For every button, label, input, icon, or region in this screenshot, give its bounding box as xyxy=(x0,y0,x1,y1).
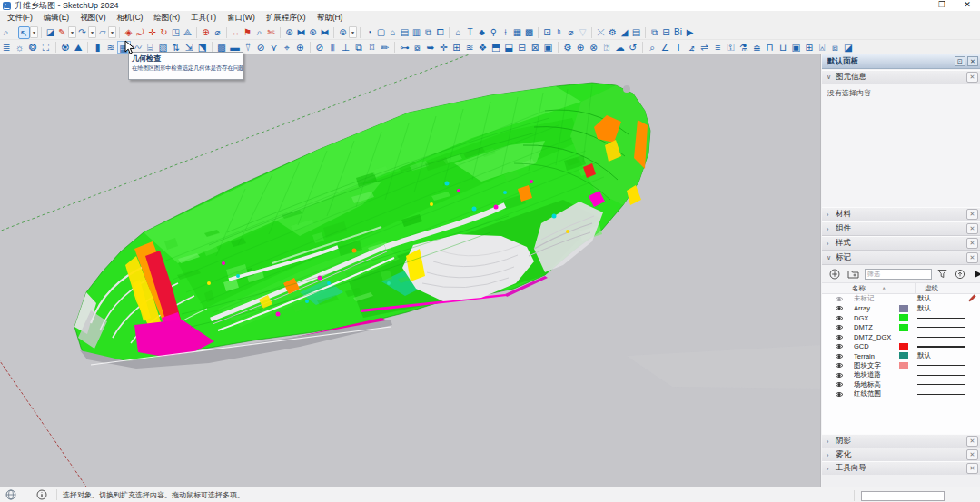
section-tags-close[interactable]: ✕ xyxy=(966,252,978,263)
visible-eye-icon[interactable] xyxy=(835,334,844,340)
tag-row-GCD[interactable]: GCD xyxy=(822,342,980,352)
visible-eye-icon[interactable] xyxy=(835,296,844,302)
dash-style-line[interactable] xyxy=(917,394,965,395)
roman-one-icon[interactable]: Ⅰ xyxy=(672,41,685,54)
3d-text-icon[interactable]: T xyxy=(464,26,476,39)
pencil-icon[interactable]: ✏ xyxy=(379,41,391,54)
flask-icon[interactable]: ⚗ xyxy=(737,41,750,54)
section-组件[interactable]: ›组件✕ xyxy=(822,221,980,236)
arc-dropdown[interactable]: ▾ xyxy=(88,26,96,38)
lift-icon[interactable]: ⍓ xyxy=(816,41,828,54)
dash-style-line[interactable] xyxy=(917,375,965,376)
grid-icon[interactable]: ▩ xyxy=(523,26,535,39)
tag-name[interactable]: 地块道路 xyxy=(854,370,894,379)
half-box-icon[interactable]: ⬒ xyxy=(490,41,502,54)
tag-row-Array[interactable]: Array默认 xyxy=(822,304,980,314)
tag-name[interactable]: DMTZ xyxy=(854,323,894,331)
followme-tool-icon[interactable]: ⤾ xyxy=(134,26,146,39)
tag-color-swatch[interactable] xyxy=(899,295,908,302)
cloud-icon[interactable]: ☁ xyxy=(613,41,626,54)
section-close-button[interactable]: ✕ xyxy=(966,209,978,220)
connector-icon[interactable]: ⊶ xyxy=(398,41,411,54)
tag-color-swatch[interactable] xyxy=(899,371,908,379)
rectangle-dropdown[interactable]: ▾ xyxy=(108,26,116,38)
zoom-window-icon[interactable]: ⌕ xyxy=(253,26,265,39)
plugin-settings-icon[interactable]: ⚙ xyxy=(607,26,619,39)
disabled-tool-icon[interactable]: ▽ xyxy=(577,26,589,39)
trench-icon[interactable]: ⊔ xyxy=(777,41,789,54)
move-tool-icon[interactable]: ✛ xyxy=(146,26,158,39)
diamond-icon[interactable]: ❖ xyxy=(476,41,489,54)
tags-column-dashes[interactable]: 虚线 xyxy=(916,284,938,293)
line-dropdown[interactable]: ▾ xyxy=(68,26,76,38)
plus-circle-icon[interactable]: ⊕ xyxy=(574,41,587,54)
hide-rest-icon[interactable]: ʰ xyxy=(553,26,565,39)
menu-item-文件[interactable]: 文件(F) xyxy=(7,13,33,24)
section-close-button[interactable]: ✕ xyxy=(966,238,978,249)
axes-tool-icon[interactable]: ✄ xyxy=(265,26,277,39)
add-circle-icon[interactable]: ⊕ xyxy=(293,41,306,54)
anchor-icon[interactable]: ⌑ xyxy=(365,41,378,54)
geo-location-icon[interactable]: ❂ xyxy=(26,41,39,54)
tag-row-DMTZ[interactable]: DMTZ xyxy=(822,323,980,333)
person-component-icon[interactable]: ⚲ xyxy=(488,26,500,39)
section-材料[interactable]: ›材料✕ xyxy=(822,207,980,221)
menu-item-绘图[interactable]: 绘图(R) xyxy=(153,13,180,24)
find-icon[interactable]: ⌕ xyxy=(646,41,658,54)
minimize-button[interactable]: – xyxy=(904,0,929,11)
geolocation-globe-icon[interactable] xyxy=(5,489,16,500)
table-icon[interactable]: ⊞ xyxy=(450,41,463,54)
terrain-icon[interactable]: ◢ xyxy=(619,26,630,39)
copy-along-icon[interactable]: ⧉ xyxy=(648,26,660,39)
section-close-button[interactable]: ✕ xyxy=(966,436,978,447)
dash-style-line[interactable] xyxy=(917,384,965,385)
tag-row-红线范围[interactable]: 红线范围 xyxy=(822,389,980,399)
rectangle-tool-icon[interactable]: ▱ xyxy=(96,26,108,39)
sandbox-dropdown[interactable]: ▾ xyxy=(349,26,357,38)
minus-box-icon[interactable]: ⊟ xyxy=(515,41,528,54)
layers-window-icon[interactable]: ⊟ xyxy=(660,26,672,39)
tags-filter-input[interactable] xyxy=(865,269,932,280)
run-icon[interactable]: ▶ xyxy=(684,26,696,39)
no-sign-icon[interactable]: ⊘ xyxy=(254,41,267,54)
tag-color-swatch[interactable] xyxy=(899,390,908,398)
mountain-icon[interactable]: ⛰ xyxy=(72,41,84,54)
visible-eye-icon[interactable] xyxy=(835,305,844,311)
paint-tool-icon[interactable]: ⊕ xyxy=(200,26,212,39)
bars-icon[interactable]: ⫴ xyxy=(326,41,339,54)
select-dropdown[interactable]: ▾ xyxy=(30,26,38,38)
zoom-tool-icon[interactable]: ⌕ xyxy=(0,26,12,39)
pushpull-tool-icon[interactable]: ◈ xyxy=(123,26,134,39)
copy-icon[interactable]: ⧉ xyxy=(422,26,434,39)
solid-bar-icon[interactable]: ▮ xyxy=(91,41,104,54)
stack-icon[interactable]: ≡ xyxy=(711,41,724,54)
dash-style-line[interactable] xyxy=(917,318,965,319)
solid-box-icon[interactable]: ▦ xyxy=(511,26,523,39)
section-close-button[interactable]: ✕ xyxy=(966,463,978,474)
half-box2-icon[interactable]: ⬓ xyxy=(502,41,515,54)
tag-name[interactable]: GCD xyxy=(854,342,894,350)
paste-icon[interactable]: ⧠ xyxy=(434,26,446,39)
eraser-tool-icon[interactable]: ◪ xyxy=(45,26,56,39)
credits-info-icon[interactable] xyxy=(36,489,47,500)
open-file-icon[interactable]: ▢ xyxy=(375,26,387,39)
outer-shell-icon[interactable]: ⊛ xyxy=(307,26,319,39)
bridge-icon[interactable]: ⊓ xyxy=(763,41,776,54)
section-tool-icon[interactable]: ⌀ xyxy=(212,26,223,39)
menu-item-相机[interactable]: 相机(C) xyxy=(117,13,144,24)
x-box-icon[interactable]: ⊠ xyxy=(529,41,541,54)
dash-style-default[interactable]: 默认 xyxy=(917,351,931,360)
angle2-icon[interactable]: ⦨ xyxy=(685,41,698,54)
measurements-input[interactable] xyxy=(861,491,945,501)
filter-funnel-icon[interactable] xyxy=(937,269,947,279)
dash-style-line[interactable] xyxy=(917,327,965,328)
line-tool-icon[interactable]: ✎ xyxy=(56,26,68,39)
times-circle-icon[interactable]: ⊗ xyxy=(587,41,599,54)
tag-color-swatch[interactable] xyxy=(899,343,908,350)
purge-tags-icon[interactable] xyxy=(955,269,965,280)
bim-icon[interactable]: Bi xyxy=(672,26,684,39)
dash-style-line[interactable] xyxy=(917,337,965,338)
angle-icon[interactable]: ∠ xyxy=(658,41,671,54)
slope-icon[interactable]: ◪ xyxy=(842,41,855,54)
visible-eye-icon[interactable] xyxy=(835,362,844,369)
